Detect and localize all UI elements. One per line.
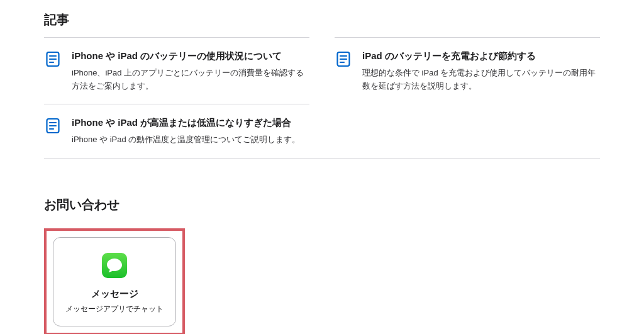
article-description: 理想的な条件で iPad を充電および使用してバッテリーの耐用年数を延ばす方法を… [362, 67, 600, 93]
contact-card-title: メッセージ [61, 288, 168, 300]
article-text: iPhone や iPad のバッテリーの使用状況について iPhone、iPa… [72, 49, 309, 92]
article-title: iPad のバッテリーを充電および節約する [362, 49, 600, 63]
document-icon [44, 50, 62, 68]
document-icon [335, 50, 352, 68]
article-title: iPhone や iPad のバッテリーの使用状況について [72, 49, 309, 63]
articles-heading: 記事 [44, 11, 600, 28]
article-description: iPhone、iPad 上のアプリごとにバッテリーの消費量を確認する方法をご案内… [72, 67, 309, 93]
article-text: iPad のバッテリーを充電および節約する 理想的な条件で iPad を充電およ… [362, 49, 600, 92]
document-icon [44, 117, 62, 135]
article-card[interactable]: iPhone や iPad のバッテリーの使用状況について iPhone、iPa… [44, 37, 309, 104]
divider [44, 158, 600, 159]
article-description: iPhone や iPad の動作温度と温度管理についてご説明します。 [72, 133, 309, 147]
article-card[interactable]: iPhone や iPad が高温または低温になりすぎた場合 iPhone や … [44, 104, 309, 158]
empty-cell [335, 104, 600, 158]
article-card[interactable]: iPad のバッテリーを充電および節約する 理想的な条件で iPad を充電およ… [335, 37, 600, 104]
contact-section: お問い合わせ メッセージ メッセージアプリでチャット [44, 196, 600, 334]
contact-card-subtitle: メッセージアプリでチャット [61, 304, 168, 315]
messages-icon [61, 253, 168, 278]
contact-card-message[interactable]: メッセージ メッセージアプリでチャット [53, 237, 176, 326]
article-text: iPhone や iPad が高温または低温になりすぎた場合 iPhone や … [72, 116, 309, 147]
highlight-annotation: メッセージ メッセージアプリでチャット [44, 228, 185, 334]
article-title: iPhone や iPad が高温または低温になりすぎた場合 [72, 116, 309, 130]
articles-grid: iPhone や iPad のバッテリーの使用状況について iPhone、iPa… [44, 37, 600, 158]
contact-heading: お問い合わせ [44, 196, 600, 213]
